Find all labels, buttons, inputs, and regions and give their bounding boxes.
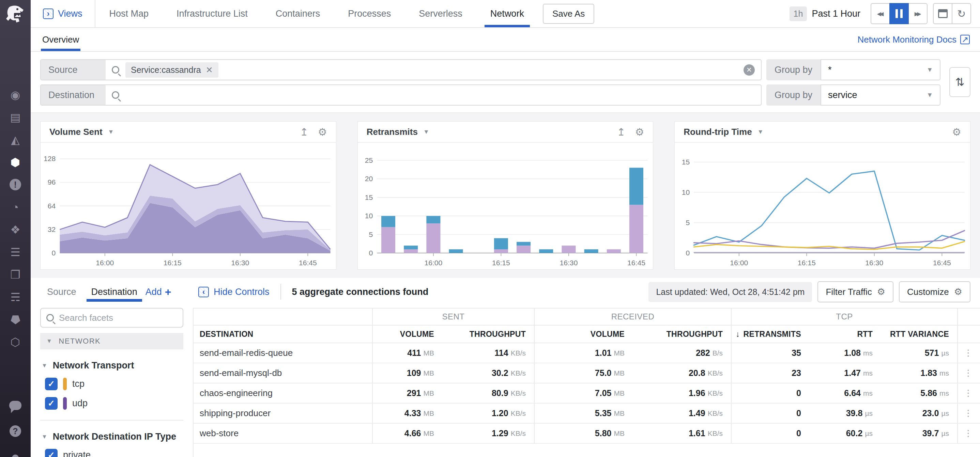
column-header-throughput[interactable]: THROUGHPUT (442, 325, 534, 343)
destination-search-area[interactable] (106, 85, 761, 105)
table-row[interactable]: send-email-mysql-db109MB30.2KB/s75.0MB20… (194, 363, 980, 384)
tab-overview[interactable]: Overview (41, 28, 80, 51)
time-backward-button[interactable]: ◀◀ (870, 3, 890, 24)
sidebar-item-dashboards[interactable]: ▤ (8, 111, 23, 123)
time-forward-button[interactable]: ▶▶ (908, 3, 928, 24)
tab-serverless[interactable]: Serverless (405, 0, 476, 27)
row-menu-icon[interactable]: ⋮ (957, 363, 978, 383)
tab-host-map[interactable]: Host Map (95, 0, 163, 27)
checkbox-udp[interactable]: ✓ (45, 397, 57, 410)
destination-search-field[interactable]: Destination (40, 84, 762, 106)
add-facet-tab-button[interactable]: Add+ (145, 286, 172, 298)
sidebar-item-slo[interactable]: ◔ (8, 201, 23, 213)
views-label: Views (58, 8, 83, 19)
checkbox-private[interactable]: ✓ (45, 449, 57, 457)
table-row[interactable]: send-email-redis-queue411MB114KB/s1.01MB… (194, 343, 980, 363)
cell-destination[interactable]: shipping-producer (194, 403, 372, 423)
chart-plot-round-trip-time[interactable]: 05101516:0016:1516:3016:45 (675, 143, 970, 269)
unit: µs (865, 429, 873, 438)
table-row[interactable]: web-store4.66MB1.29KB/s5.80MB1.61KB/s060… (194, 424, 980, 444)
refresh-button[interactable]: ↻ (952, 3, 971, 24)
row-menu-icon[interactable]: ⋮ (957, 343, 978, 363)
calendar-button[interactable] (933, 3, 952, 24)
row-menu-icon[interactable]: ⋮ (957, 403, 978, 423)
chart-title-dropdown[interactable]: Round-trip Time (684, 127, 752, 137)
column-header-volume[interactable]: VOLUME (372, 325, 442, 343)
facet-section-title[interactable]: ▼Network Transport (41, 360, 182, 371)
chevron-down-icon: ▼ (46, 338, 52, 344)
source-filter-tag-label: Service:cassandra (131, 65, 201, 75)
destination-group-by-select[interactable]: service ▼ (821, 84, 940, 106)
cell-destination[interactable]: send-email-mysql-db (194, 363, 372, 383)
time-range-label[interactable]: Past 1 Hour (812, 8, 861, 19)
sidebar-item-monitors[interactable]: ! (8, 178, 23, 191)
source-search-area[interactable]: Service:cassandra ✕ ✕ (106, 60, 761, 80)
source-filter-tag[interactable]: Service:cassandra ✕ (126, 62, 218, 78)
checkbox-tcp[interactable]: ✓ (45, 378, 57, 390)
sidebar-item-traces[interactable]: ☰ (8, 246, 23, 258)
tab-containers[interactable]: Containers (262, 0, 334, 27)
filter-traffic-button[interactable]: Filter Traffic ⚙ (818, 281, 893, 302)
save-as-button[interactable]: Save As (543, 4, 594, 24)
column-header-retransmits-5[interactable]: ↓RETRANSMITS (731, 325, 809, 343)
destination-group-by-label: Group by (766, 84, 821, 106)
refresh-icon: ↻ (957, 8, 966, 20)
facet-group-network[interactable]: ▼ NETWORK (40, 333, 183, 349)
time-range-badge[interactable]: 1h (789, 6, 807, 21)
clear-search-icon[interactable]: ✕ (743, 64, 755, 76)
sidebar-item-watchdog[interactable]: ◉ (8, 89, 23, 101)
facet-tab-source[interactable]: Source (40, 282, 83, 302)
sidebar-item-metrics[interactable]: ◭ (8, 133, 23, 146)
facet-tab-destination[interactable]: Destination (84, 282, 144, 302)
facet-section-title[interactable]: ▼Network Destination IP Type (41, 432, 182, 442)
row-menu-icon[interactable]: ⋮ (957, 424, 978, 443)
pause-button[interactable] (889, 3, 909, 24)
tab-network[interactable]: Network (476, 0, 538, 27)
chart-title-dropdown[interactable]: Retransmits (367, 127, 418, 137)
sidebar-item-logs[interactable]: ☴ (8, 291, 23, 303)
export-icon[interactable]: ↥ (617, 126, 625, 138)
column-header-throughput-4[interactable]: THROUGHPUT (633, 325, 731, 343)
table-row[interactable]: shipping-producer4.33MB1.20KB/s5.35MB1.4… (194, 403, 980, 424)
unit: KB/s (708, 369, 723, 377)
gear-icon[interactable]: ⚙ (318, 126, 327, 138)
gear-icon[interactable]: ⚙ (635, 126, 644, 138)
main-area: › Views Host MapInfrastructure ListConta… (31, 0, 980, 457)
cell-destination[interactable]: web-store (194, 424, 372, 443)
column-header-volume-3[interactable]: VOLUME (534, 325, 633, 343)
gear-icon[interactable]: ⚙ (952, 126, 961, 138)
tab-processes[interactable]: Processes (334, 0, 405, 27)
column-header-destination[interactable]: DESTINATION (194, 325, 372, 343)
sidebar-item-security[interactable]: ⬟ (8, 313, 23, 325)
table-row[interactable]: chaos-engineering291MB80.9KB/s7.05MB1.96… (194, 384, 980, 403)
source-search-field[interactable]: Source Service:cassandra ✕ ✕ (40, 59, 762, 80)
sidebar-item-notebooks[interactable]: ❐ (8, 268, 23, 281)
chart-plot-retransmits[interactable]: 051015202516:0016:1516:3016:45 (358, 143, 653, 269)
sidebar-item-network[interactable]: ⬡ (8, 336, 23, 348)
docs-link[interactable]: Network Monitoring Docs ↗ (858, 34, 970, 45)
views-button[interactable]: › Views (31, 0, 95, 27)
sidebar-item-integrations[interactable]: ❖ (8, 224, 23, 236)
sidebar-item-help[interactable]: ? (8, 425, 23, 437)
row-menu-icon[interactable]: ⋮ (957, 384, 978, 403)
swap-source-destination-button[interactable]: ⇅ (949, 67, 970, 97)
hide-controls-button[interactable]: ‹ Hide Controls (198, 287, 269, 297)
cell-destination[interactable]: chaos-engineering (194, 384, 372, 403)
cell-destination[interactable]: send-email-redis-queue (194, 343, 372, 363)
export-icon[interactable]: ↥ (300, 126, 309, 138)
source-group-by-select[interactable]: * ▼ (821, 59, 940, 80)
column-header-rtt-6[interactable]: RTT (809, 325, 881, 343)
datadog-logo[interactable] (0, 0, 31, 29)
customize-button[interactable]: Customize ⚙ (899, 281, 970, 302)
cell-retransmits: 35 (731, 343, 809, 363)
chart-plot-volume-sent[interactable]: 032649612816:0016:1516:3016:45 (41, 143, 336, 269)
column-header-rtt-variance-7[interactable]: RTT VARIANCE (881, 325, 957, 343)
sidebar-item-chat[interactable] (8, 399, 23, 411)
facet-search[interactable] (40, 308, 183, 328)
tab-infrastructure-list[interactable]: Infrastructure List (162, 0, 262, 27)
sidebar-item-teams[interactable]: ☻ (8, 451, 23, 457)
sidebar-item-infrastructure[interactable]: ⬢ (8, 156, 23, 168)
chart-title-dropdown[interactable]: Volume Sent (49, 127, 103, 137)
remove-tag-icon[interactable]: ✕ (206, 65, 213, 75)
facet-search-input[interactable] (59, 313, 177, 323)
